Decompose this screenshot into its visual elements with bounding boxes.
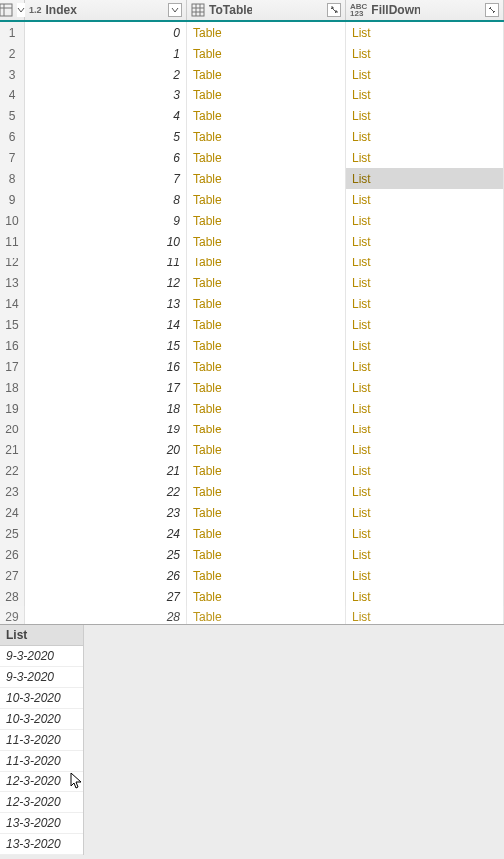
table-row[interactable]: 1514TableList — [0, 314, 504, 335]
cell-totable[interactable]: Table — [187, 272, 346, 293]
cell-totable[interactable]: Table — [187, 398, 346, 419]
row-number[interactable]: 20 — [0, 419, 25, 439]
table-row[interactable]: 54TableList — [0, 105, 504, 126]
cell-totable[interactable]: Table — [187, 523, 346, 544]
row-number[interactable]: 23 — [0, 481, 25, 502]
cell-filldown[interactable]: List — [346, 544, 504, 565]
table-row[interactable]: 98TableList — [0, 189, 504, 210]
cell-index[interactable]: 27 — [25, 586, 187, 606]
row-number[interactable]: 27 — [0, 565, 25, 586]
table-row[interactable]: 2322TableList — [0, 481, 504, 502]
cell-totable[interactable]: Table — [187, 419, 346, 439]
cell-index[interactable]: 13 — [25, 293, 187, 314]
table-row[interactable]: 109TableList — [0, 210, 504, 231]
cell-index[interactable]: 24 — [25, 523, 187, 544]
cell-filldown[interactable]: List — [346, 419, 504, 439]
row-number[interactable]: 12 — [0, 252, 25, 272]
table-row[interactable]: 2524TableList — [0, 523, 504, 544]
row-number[interactable]: 11 — [0, 231, 25, 252]
cell-index[interactable]: 15 — [25, 335, 187, 356]
table-row[interactable]: 1413TableList — [0, 293, 504, 314]
cell-totable[interactable]: Table — [187, 189, 346, 210]
table-row[interactable]: 32TableList — [0, 64, 504, 85]
cell-index[interactable]: 26 — [25, 565, 187, 586]
table-row[interactable]: 2928TableList — [0, 606, 504, 624]
cell-totable[interactable]: Table — [187, 147, 346, 168]
cell-index[interactable]: 12 — [25, 272, 187, 293]
cell-filldown[interactable]: List — [346, 377, 504, 398]
list-item[interactable]: 12-3-2020 — [0, 792, 83, 813]
row-number[interactable]: 16 — [0, 335, 25, 356]
cell-index[interactable]: 1 — [25, 43, 187, 64]
row-number-header[interactable] — [0, 0, 25, 20]
cell-index[interactable]: 5 — [25, 126, 187, 147]
row-number[interactable]: 21 — [0, 439, 25, 460]
cell-index[interactable]: 17 — [25, 377, 187, 398]
cell-totable[interactable]: Table — [187, 481, 346, 502]
cell-filldown[interactable]: List — [346, 210, 504, 231]
column-header-totable[interactable]: ToTable — [187, 0, 346, 20]
row-number[interactable]: 29 — [0, 606, 25, 624]
cell-index[interactable]: 19 — [25, 419, 187, 439]
row-number[interactable]: 5 — [0, 105, 25, 126]
cell-filldown[interactable]: List — [346, 85, 504, 105]
cell-totable[interactable]: Table — [187, 85, 346, 105]
table-row[interactable]: 65TableList — [0, 126, 504, 147]
cell-totable[interactable]: Table — [187, 314, 346, 335]
row-number[interactable]: 15 — [0, 314, 25, 335]
cell-totable[interactable]: Table — [187, 126, 346, 147]
cell-totable[interactable]: Table — [187, 377, 346, 398]
cell-totable[interactable]: Table — [187, 502, 346, 523]
row-number[interactable]: 14 — [0, 293, 25, 314]
cell-index[interactable]: 21 — [25, 460, 187, 481]
cell-filldown[interactable]: List — [346, 335, 504, 356]
table-row[interactable]: 2120TableList — [0, 439, 504, 460]
table-row[interactable]: 1918TableList — [0, 398, 504, 419]
cell-filldown[interactable]: List — [346, 502, 504, 523]
cell-index[interactable]: 16 — [25, 356, 187, 377]
cell-filldown[interactable]: List — [346, 293, 504, 314]
list-item[interactable]: 10-3-2020 — [0, 709, 83, 730]
preview-title[interactable]: List — [0, 625, 84, 646]
cell-index[interactable]: 3 — [25, 85, 187, 105]
table-row[interactable]: 43TableList — [0, 85, 504, 105]
cell-totable[interactable]: Table — [187, 252, 346, 272]
row-number[interactable]: 7 — [0, 147, 25, 168]
table-row[interactable]: 87TableList — [0, 168, 504, 189]
table-row[interactable]: 2726TableList — [0, 565, 504, 586]
cell-index[interactable]: 0 — [25, 22, 187, 43]
cell-totable[interactable]: Table — [187, 335, 346, 356]
cell-filldown[interactable]: List — [346, 606, 504, 624]
cell-totable[interactable]: Table — [187, 231, 346, 252]
cell-index[interactable]: 11 — [25, 252, 187, 272]
cell-filldown[interactable]: List — [346, 126, 504, 147]
filter-button[interactable] — [168, 3, 182, 17]
expand-button[interactable] — [327, 3, 341, 17]
list-item[interactable]: 12-3-2020 — [0, 772, 83, 792]
cell-index[interactable]: 6 — [25, 147, 187, 168]
table-row[interactable]: 2019TableList — [0, 419, 504, 439]
row-number[interactable]: 26 — [0, 544, 25, 565]
cell-index[interactable]: 10 — [25, 231, 187, 252]
cell-index[interactable]: 18 — [25, 398, 187, 419]
cell-filldown[interactable]: List — [346, 460, 504, 481]
cell-index[interactable]: 28 — [25, 606, 187, 624]
cell-totable[interactable]: Table — [187, 356, 346, 377]
cell-filldown[interactable]: List — [346, 272, 504, 293]
cell-totable[interactable]: Table — [187, 105, 346, 126]
cell-totable[interactable]: Table — [187, 168, 346, 189]
cell-filldown[interactable]: List — [346, 523, 504, 544]
table-row[interactable]: 2625TableList — [0, 544, 504, 565]
cell-totable[interactable]: Table — [187, 439, 346, 460]
cell-filldown[interactable]: List — [346, 439, 504, 460]
cell-totable[interactable]: Table — [187, 544, 346, 565]
cell-filldown[interactable]: List — [346, 64, 504, 85]
cell-totable[interactable]: Table — [187, 586, 346, 606]
table-row[interactable]: 21TableList — [0, 43, 504, 64]
cell-filldown[interactable]: List — [346, 22, 504, 43]
table-row[interactable]: 76TableList — [0, 147, 504, 168]
table-row[interactable]: 1615TableList — [0, 335, 504, 356]
cell-filldown[interactable]: List — [346, 398, 504, 419]
row-number[interactable]: 8 — [0, 168, 25, 189]
row-number[interactable]: 13 — [0, 272, 25, 293]
